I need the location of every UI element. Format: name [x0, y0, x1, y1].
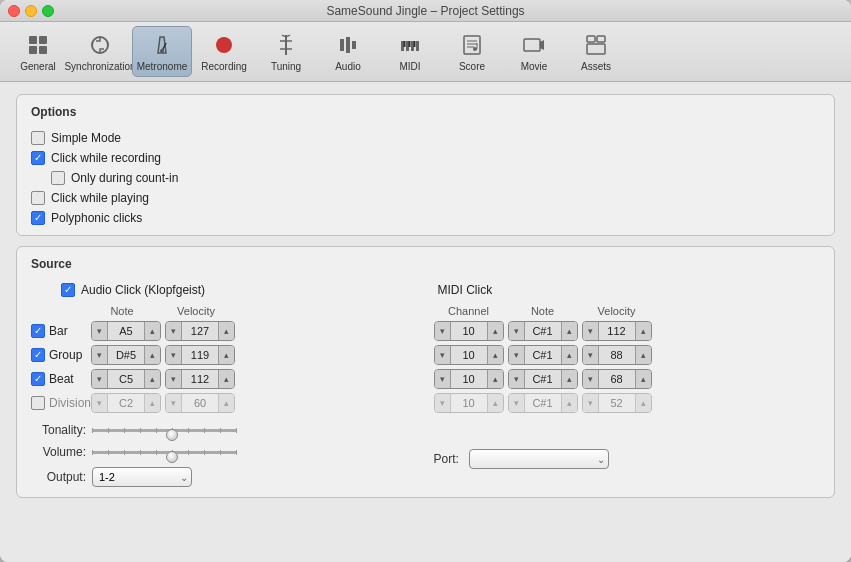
tonality-slider[interactable] [92, 423, 237, 437]
volume-row: Volume: [31, 445, 418, 459]
bar-vel-dec[interactable]: ▾ [166, 321, 182, 341]
tab-synchronization[interactable]: Synchronization [70, 26, 130, 77]
midi-group-vel-inc[interactable]: ▴ [635, 345, 651, 365]
midi-division-vel-stepper: ▾ 52 ▴ [582, 393, 652, 413]
volume-slider[interactable] [92, 445, 237, 459]
midi-bar-vel-dec[interactable]: ▾ [583, 321, 599, 341]
midi-group-note-stepper[interactable]: ▾ C#1 ▴ [508, 345, 578, 365]
simple-mode-checkbox[interactable] [31, 131, 45, 145]
midi-group-vel-dec[interactable]: ▾ [583, 345, 599, 365]
midi-bar-vel-stepper[interactable]: ▾ 112 ▴ [582, 321, 652, 341]
midi-beat-chan-inc[interactable]: ▴ [487, 369, 503, 389]
output-select[interactable]: 1-2 [92, 467, 192, 487]
bar-checkbox[interactable] [31, 324, 45, 338]
midi-beat-vel-inc[interactable]: ▴ [635, 369, 651, 389]
close-button[interactable] [8, 5, 20, 17]
midi-bar-vel-inc[interactable]: ▴ [635, 321, 651, 341]
maximize-button[interactable] [42, 5, 54, 17]
group-checkbox[interactable] [31, 348, 45, 362]
audio-division-row: Division ▾ C2 ▴ ▾ 60 ▴ [31, 393, 418, 413]
midi-beat-note-dec[interactable]: ▾ [509, 369, 525, 389]
midi-group-vel-stepper[interactable]: ▾ 88 ▴ [582, 345, 652, 365]
count-in-checkbox[interactable] [51, 171, 65, 185]
midi-beat-row: ▾ 10 ▴ ▾ C#1 ▴ ▾ 68 ▴ [434, 369, 821, 389]
window-title: SameSound Jingle – Project Settings [326, 4, 524, 18]
midi-beat-vel-stepper[interactable]: ▾ 68 ▴ [582, 369, 652, 389]
midi-icon [396, 31, 424, 59]
tab-tuning[interactable]: Tuning [256, 26, 316, 77]
midi-group-note-inc[interactable]: ▴ [561, 345, 577, 365]
group-note-dec[interactable]: ▾ [92, 345, 108, 365]
tab-metronome[interactable]: Metronome [132, 26, 192, 77]
options-title: Options [31, 105, 820, 123]
bar-note-stepper[interactable]: ▾ A5 ▴ [91, 321, 161, 341]
midi-bar-chan-inc[interactable]: ▴ [487, 321, 503, 341]
group-vel-dec[interactable]: ▾ [166, 345, 182, 365]
tonality-thumb[interactable] [166, 429, 178, 441]
metronome-icon [148, 31, 176, 59]
svg-rect-1 [39, 36, 47, 44]
beat-checkbox[interactable] [31, 372, 45, 386]
bar-vel-inc[interactable]: ▴ [218, 321, 234, 341]
tab-audio[interactable]: Audio [318, 26, 378, 77]
beat-note-inc[interactable]: ▴ [144, 369, 160, 389]
midi-bar-note-inc[interactable]: ▴ [561, 321, 577, 341]
traffic-lights [8, 5, 54, 17]
svg-rect-2 [29, 46, 37, 54]
midi-beat-note-stepper[interactable]: ▾ C#1 ▴ [508, 369, 578, 389]
audio-click-checkbox[interactable] [61, 283, 75, 297]
midi-beat-note-inc[interactable]: ▴ [561, 369, 577, 389]
group-label: Group [49, 348, 82, 362]
midi-bar-note-dec[interactable]: ▾ [509, 321, 525, 341]
tonality-label: Tonality: [31, 423, 86, 437]
midi-group-row: ▾ 10 ▴ ▾ C#1 ▴ ▾ 88 ▴ [434, 345, 821, 365]
minimize-button[interactable] [25, 5, 37, 17]
midi-group-chan-stepper[interactable]: ▾ 10 ▴ [434, 345, 504, 365]
division-vel-val: 60 [182, 397, 218, 409]
beat-vel-dec[interactable]: ▾ [166, 369, 182, 389]
midi-group-note-dec[interactable]: ▾ [509, 345, 525, 365]
volume-thumb[interactable] [166, 451, 178, 463]
polyphonic-checkbox[interactable] [31, 211, 45, 225]
group-note-inc[interactable]: ▴ [144, 345, 160, 365]
beat-vel-stepper[interactable]: ▾ 112 ▴ [165, 369, 235, 389]
midi-bar-note-stepper[interactable]: ▾ C#1 ▴ [508, 321, 578, 341]
midi-beat-vel-dec[interactable]: ▾ [583, 369, 599, 389]
bar-vel-stepper[interactable]: ▾ 127 ▴ [165, 321, 235, 341]
output-row: Output: 1-2 [31, 467, 418, 487]
midi-bar-chan-dec[interactable]: ▾ [435, 321, 451, 341]
svg-rect-31 [587, 44, 605, 54]
midi-group-chan-dec[interactable]: ▾ [435, 345, 451, 365]
midi-group-chan-inc[interactable]: ▴ [487, 345, 503, 365]
group-note-stepper[interactable]: ▾ D#5 ▴ [91, 345, 161, 365]
bar-note-dec[interactable]: ▾ [92, 321, 108, 341]
division-checkbox[interactable] [31, 396, 45, 410]
beat-note-stepper[interactable]: ▾ C5 ▴ [91, 369, 161, 389]
beat-note-dec[interactable]: ▾ [92, 369, 108, 389]
tab-recording[interactable]: Recording [194, 26, 254, 77]
division-note-dec: ▾ [92, 393, 108, 413]
tab-general[interactable]: General [8, 26, 68, 77]
port-select[interactable] [469, 449, 609, 469]
tab-score[interactable]: Score [442, 26, 502, 77]
click-playing-checkbox[interactable] [31, 191, 45, 205]
group-vel-stepper[interactable]: ▾ 119 ▴ [165, 345, 235, 365]
division-vel-stepper: ▾ 60 ▴ [165, 393, 235, 413]
audio-velocity-header: Velocity [161, 305, 231, 317]
tab-movie[interactable]: Movie [504, 26, 564, 77]
svg-rect-20 [409, 41, 411, 47]
group-vel-inc[interactable]: ▴ [218, 345, 234, 365]
group-vel-val: 119 [182, 349, 218, 361]
click-recording-checkbox[interactable] [31, 151, 45, 165]
midi-bar-chan-stepper[interactable]: ▾ 10 ▴ [434, 321, 504, 341]
beat-vel-val: 112 [182, 373, 218, 385]
tab-midi[interactable]: MIDI [380, 26, 440, 77]
midi-beat-chan-dec[interactable]: ▾ [435, 369, 451, 389]
midi-beat-chan-stepper[interactable]: ▾ 10 ▴ [434, 369, 504, 389]
tab-assets[interactable]: Assets [566, 26, 626, 77]
midi-click-title: MIDI Click [438, 283, 493, 297]
option-polyphonic: Polyphonic clicks [31, 211, 820, 225]
bar-note-inc[interactable]: ▴ [144, 321, 160, 341]
tab-tuning-label: Tuning [271, 61, 301, 72]
beat-vel-inc[interactable]: ▴ [218, 369, 234, 389]
